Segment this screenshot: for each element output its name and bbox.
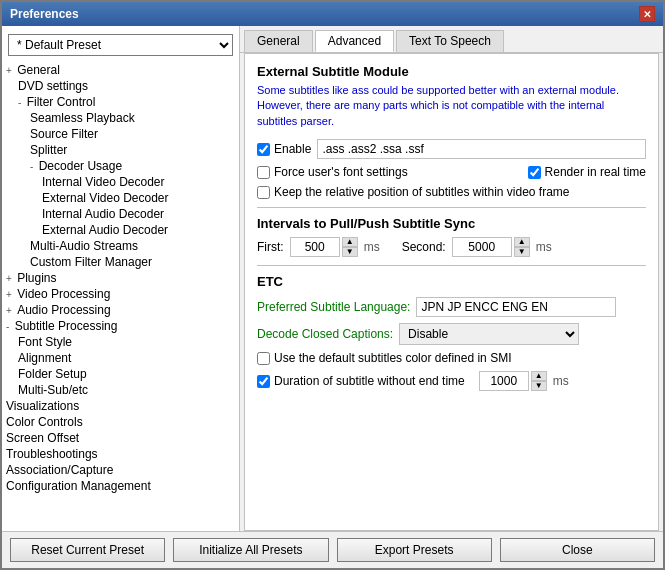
first-value-input[interactable] [290, 237, 340, 257]
close-button[interactable]: Close [500, 538, 655, 562]
keep-position-label[interactable]: Keep the relative position of subtitles … [257, 185, 570, 199]
main-content: * Default Preset + General DVD settings … [2, 26, 663, 531]
sidebar-item-internal-video-decoder[interactable]: Internal Video Decoder [2, 174, 239, 190]
sidebar-item-alignment[interactable]: Alignment [2, 350, 239, 366]
sidebar-item-troubleshootings[interactable]: Troubleshootings [2, 446, 239, 462]
duration-ms-label: ms [553, 374, 569, 388]
force-font-checkbox[interactable] [257, 166, 270, 179]
tab-general[interactable]: General [244, 30, 313, 52]
sidebar-item-font-style[interactable]: Font Style [2, 334, 239, 350]
duration-label[interactable]: Duration of subtitle without end time [257, 374, 465, 388]
sidebar-item-label: General [17, 63, 60, 77]
keep-position-row: Keep the relative position of subtitles … [257, 185, 646, 199]
second-spinner: ▲ ▼ [452, 237, 530, 257]
title-bar: Preferences ✕ [2, 2, 663, 26]
sidebar-item-label: Visualizations [6, 399, 79, 413]
sidebar-item-screen-offset[interactable]: Screen Offset [2, 430, 239, 446]
sidebar-item-custom-filter[interactable]: Custom Filter Manager [2, 254, 239, 270]
sidebar-item-plugins[interactable]: + Plugins [2, 270, 239, 286]
sidebar-item-source-filter[interactable]: Source Filter [2, 126, 239, 142]
sidebar-item-multi-sub[interactable]: Multi-Sub/etc [2, 382, 239, 398]
sidebar-item-multi-audio[interactable]: Multi-Audio Streams [2, 238, 239, 254]
expand-icon: + [6, 289, 12, 300]
second-spinner-up[interactable]: ▲ [514, 237, 530, 247]
sidebar-item-subtitle-processing[interactable]: - Subtitle Processing [2, 318, 239, 334]
second-label: Second: [402, 240, 446, 254]
use-default-color-checkbox[interactable] [257, 352, 270, 365]
sidebar-item-label: Troubleshootings [6, 447, 98, 461]
ms2-label: ms [536, 240, 552, 254]
preset-dropdown[interactable]: * Default Preset [8, 34, 233, 56]
sidebar-item-folder-setup[interactable]: Folder Setup [2, 366, 239, 382]
render-realtime-checkbox[interactable] [528, 166, 541, 179]
sidebar-item-splitter[interactable]: Splitter [2, 142, 239, 158]
duration-checkbox[interactable] [257, 375, 270, 388]
first-spinner-down[interactable]: ▼ [342, 247, 358, 257]
sidebar-item-label: External Video Decoder [42, 191, 169, 205]
sidebar-item-association[interactable]: Association/Capture [2, 462, 239, 478]
keep-position-checkbox[interactable] [257, 186, 270, 199]
expand-icon: - [6, 321, 9, 332]
etc-section: ETC Preferred Subtitle Language: Decode … [257, 265, 646, 391]
duration-value-input[interactable] [479, 371, 529, 391]
sidebar-item-label: Font Style [18, 335, 72, 349]
second-spinner-down[interactable]: ▼ [514, 247, 530, 257]
sidebar-item-audio-processing[interactable]: + Audio Processing [2, 302, 239, 318]
sidebar-item-external-video-decoder[interactable]: External Video Decoder [2, 190, 239, 206]
sidebar-item-label: Custom Filter Manager [30, 255, 152, 269]
main-panel: General Advanced Text To Speech External… [240, 26, 663, 531]
force-font-label[interactable]: Force user's font settings [257, 165, 408, 179]
sidebar-item-visualizations[interactable]: Visualizations [2, 398, 239, 414]
duration-spinner-up[interactable]: ▲ [531, 371, 547, 381]
sidebar-item-external-audio-decoder[interactable]: External Audio Decoder [2, 222, 239, 238]
expand-icon: + [6, 65, 12, 76]
intervals-title: Intervals to Pull/Push Subtitle Sync [257, 216, 646, 231]
render-realtime-label[interactable]: Render in real time [528, 165, 646, 179]
second-value-input[interactable] [452, 237, 512, 257]
expand-icon: + [6, 273, 12, 284]
footer: Reset Current Preset Initialize All Pres… [2, 531, 663, 568]
use-default-color-row: Use the default subtitles color defined … [257, 351, 646, 365]
pref-lang-label: Preferred Subtitle Language: [257, 300, 410, 314]
tab-text-to-speech[interactable]: Text To Speech [396, 30, 504, 52]
sidebar-item-general[interactable]: + General [2, 62, 239, 78]
decode-captions-select[interactable]: Disable Enable [399, 323, 579, 345]
sidebar: * Default Preset + General DVD settings … [2, 26, 240, 531]
decode-captions-label: Decode Closed Captions: [257, 327, 393, 341]
sidebar-item-label: Internal Audio Decoder [42, 207, 164, 221]
sidebar-item-color-controls[interactable]: Color Controls [2, 414, 239, 430]
sidebar-item-dvd-settings[interactable]: DVD settings [2, 78, 239, 94]
sidebar-item-seamless-playback[interactable]: Seamless Playback [2, 110, 239, 126]
file-extensions-input[interactable] [317, 139, 646, 159]
pref-lang-input[interactable] [416, 297, 616, 317]
sidebar-item-label: Multi-Audio Streams [30, 239, 138, 253]
duration-spinner-down[interactable]: ▼ [531, 381, 547, 391]
sidebar-item-label: Seamless Playback [30, 111, 135, 125]
sidebar-item-label: Audio Processing [17, 303, 110, 317]
intervals-section: Intervals to Pull/Push Subtitle Sync Fir… [257, 207, 646, 257]
preset-select[interactable]: * Default Preset [8, 34, 233, 56]
sidebar-item-label: Plugins [17, 271, 56, 285]
sidebar-item-label: Splitter [30, 143, 67, 157]
enable-checkbox[interactable] [257, 143, 270, 156]
export-presets-button[interactable]: Export Presets [337, 538, 492, 562]
sidebar-item-decoder-usage[interactable]: - Decoder Usage [2, 158, 239, 174]
tab-content-advanced: External Subtitle Module Some subtitles … [244, 53, 659, 531]
decode-captions-row: Decode Closed Captions: Disable Enable [257, 323, 646, 345]
close-icon[interactable]: ✕ [639, 6, 655, 22]
sidebar-item-filter-control[interactable]: - Filter Control [2, 94, 239, 110]
sidebar-item-video-processing[interactable]: + Video Processing [2, 286, 239, 302]
font-render-row: Force user's font settings Render in rea… [257, 165, 646, 179]
initialize-presets-button[interactable]: Initialize All Presets [173, 538, 328, 562]
enable-checkbox-label[interactable]: Enable [257, 142, 311, 156]
sidebar-item-config-mgmt[interactable]: Configuration Management [2, 478, 239, 494]
sidebar-item-internal-audio-decoder[interactable]: Internal Audio Decoder [2, 206, 239, 222]
first-label: First: [257, 240, 284, 254]
first-spinner-up[interactable]: ▲ [342, 237, 358, 247]
sidebar-item-label: Decoder Usage [39, 159, 122, 173]
sidebar-item-label: Association/Capture [6, 463, 113, 477]
tab-advanced[interactable]: Advanced [315, 30, 394, 52]
use-default-color-label[interactable]: Use the default subtitles color defined … [257, 351, 511, 365]
window-title: Preferences [10, 7, 79, 21]
reset-preset-button[interactable]: Reset Current Preset [10, 538, 165, 562]
